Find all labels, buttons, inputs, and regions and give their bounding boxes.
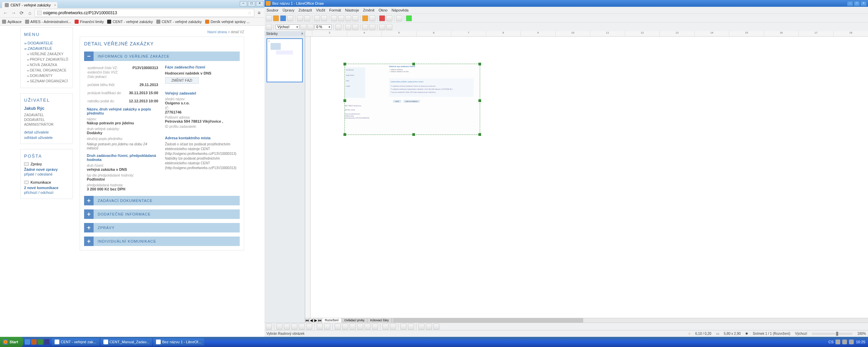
submenu-dokumenty[interactable]: DOKUMENTY [24,73,69,78]
communication-link[interactable]: Komunikace [24,180,69,184]
paste-icon[interactable] [345,15,351,21]
menu-zadavatele[interactable]: ZADAVATELÉ [24,46,69,51]
line-width-icon[interactable] [300,24,307,30]
menu-edit[interactable]: Úpravy [282,8,294,12]
taskbar-item-manual[interactable]: CENT_Manual_Zadav... [101,338,152,346]
select-tool[interactable] [266,324,272,330]
breadcrumb-home[interactable]: hlavní strana [208,30,227,34]
undo-icon[interactable] [362,15,368,21]
symbol-tool[interactable] [342,324,348,330]
resize-handle[interactable] [478,99,481,102]
reload-button[interactable]: ⟳ [18,9,25,16]
lo-maximize[interactable]: □ [854,1,860,6]
bookmark-limity[interactable]: Finanční limity [75,20,104,24]
help-icon[interactable] [406,15,412,21]
minimize-button[interactable]: − [240,1,247,6]
bookmark-cent2[interactable]: CENT - veřejné zakázky [156,20,202,24]
forward-button[interactable]: → [10,9,17,16]
menu-file[interactable]: Soubor [267,8,278,12]
menu-tools[interactable]: Nástroje [345,8,359,12]
insert-icon[interactable] [379,24,385,30]
menu-dodavatele[interactable]: DODAVATELÉ [24,40,69,46]
submenu-vz[interactable]: VEŘEJNÉ ZAKÁZKY [24,51,69,57]
mail-icon[interactable] [287,15,293,21]
menu-format[interactable]: Formát [329,8,341,12]
rotate-tool[interactable] [418,324,425,330]
copy-icon[interactable] [338,15,344,21]
chrome-menu-button[interactable]: ≡ [256,9,262,16]
chart-icon[interactable] [379,15,385,21]
tray-icon[interactable] [835,340,840,344]
tab-prev[interactable]: ◀ [310,318,314,323]
zoom-combo[interactable]: 0 % [315,24,332,29]
submenu-profily[interactable]: PROFILY ZADAVATELŮ [24,57,69,62]
fontwork-tool[interactable] [400,324,407,330]
callout-tool[interactable] [364,324,371,330]
tab-last[interactable]: ⏭ [318,318,322,323]
points-tool[interactable] [382,324,389,330]
autocheck-icon[interactable] [321,15,327,21]
panel-messages[interactable]: +ZPRÁVY [84,223,240,232]
brush-icon[interactable] [352,15,358,21]
connector-tool[interactable] [324,324,330,330]
chrome-tab[interactable]: CENT - veřejné zakázky × [2,2,57,8]
ql-icon[interactable] [38,339,43,345]
resize-handle[interactable] [343,63,346,65]
mail-inout-link[interactable]: přijaté / odeslané [24,172,69,176]
clock[interactable]: 10:25 [856,340,865,344]
submenu-seznam[interactable]: SEZNAM ORGANIZACÍ [24,78,69,84]
drawing-canvas[interactable]: monitoraci sídla řízení vázy vratel 554 … [311,37,868,318]
open-icon[interactable] [273,15,279,21]
print-icon[interactable] [304,15,310,21]
redo-icon[interactable] [369,15,375,21]
grid-icon[interactable] [345,24,351,30]
resize-handle[interactable] [412,63,415,65]
rect-tool[interactable] [291,324,297,330]
lo-close[interactable]: × [861,1,867,6]
user-detail-link[interactable]: detail uživatele [24,130,69,134]
logout-link[interactable]: odhlásit uživatele [24,136,69,140]
submenu-nova[interactable]: NOVÁ ZAKÁZKA [24,62,69,67]
tab-controls[interactable]: Ovládací prvky [342,318,368,323]
shapes-tool[interactable] [335,324,341,330]
taskbar-item-chrome[interactable]: CENT - veřejné zak... [52,338,99,346]
tab-first[interactable]: ⏮ [305,318,310,323]
style-combo[interactable]: Výchozí [276,24,299,29]
menu-window[interactable]: Okno [378,8,387,12]
apps-button[interactable]: Aplikace [2,20,22,24]
panel-info-header[interactable]: − INFORMACE O VEŘEJNÉ ZAKÁZCE [84,52,240,61]
arrow-icon[interactable] [266,24,272,30]
expand-icon[interactable]: + [84,223,94,232]
start-button[interactable]: Start [0,337,23,347]
resize-handle[interactable] [343,99,346,102]
address-bar[interactable]: osigeno.profinetworks.cz/P13V10000313 ☆ [35,9,254,17]
messages-link[interactable]: Zprávy [24,162,69,166]
bookmark-cent1[interactable]: CENT - veřejné zakázky [107,20,153,24]
flowchart-tool[interactable] [357,324,363,330]
zoom-icon[interactable] [396,15,402,21]
submenu-detail-org[interactable]: DETAIL ORGANIZACE [24,67,69,73]
extrusion-icon[interactable] [386,24,392,30]
arrange-tool[interactable] [433,324,439,330]
resize-handle[interactable] [478,63,481,65]
tab-dimlines[interactable]: Kótovací čáry [368,318,392,323]
panel-docs[interactable]: +ZADÁVACÍ DOKUMENTACE [84,196,240,205]
expand-icon[interactable]: + [84,196,94,205]
resize-handle[interactable] [343,133,346,136]
bookmark-star-icon[interactable]: ☆ [248,10,252,16]
line-color-icon[interactable] [308,24,314,30]
save-icon[interactable] [280,15,286,21]
pasted-screenshot[interactable]: monitoraci sídla řízení vázy vratel 554 … [344,64,480,135]
stars-tool[interactable] [372,324,378,330]
expand-icon[interactable]: + [84,209,94,219]
snap-icon[interactable] [352,24,358,30]
panel-addinfo[interactable]: +DODATEČNÉ INFORMACE [84,209,240,219]
align-tool[interactable] [426,324,432,330]
slides-close-icon[interactable]: × [301,32,303,36]
back-button[interactable]: ← [2,9,9,16]
change-phase-button[interactable]: ZMĚNIT FÁZI [165,77,199,84]
arrows-tool[interactable] [350,324,356,330]
spellcheck-icon[interactable] [314,15,320,21]
arrange-icon[interactable] [362,24,368,30]
collapse-icon[interactable]: − [84,52,94,61]
